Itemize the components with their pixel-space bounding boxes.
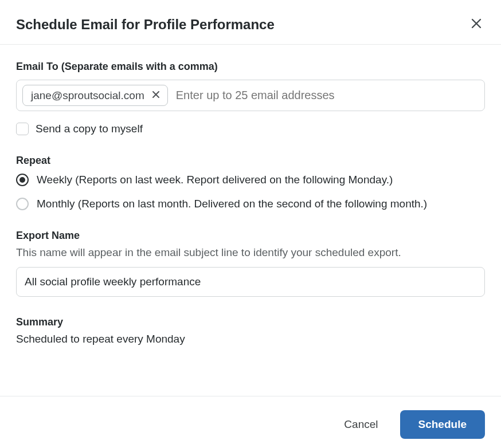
close-button[interactable] [468,15,485,34]
send-copy-label: Send a copy to myself [36,123,143,135]
export-name-label: Export Name [16,230,485,242]
cancel-button[interactable]: Cancel [338,414,383,435]
email-to-label: Email To (Separate emails with a comma) [16,61,485,73]
summary-label: Summary [16,316,485,328]
summary-text: Scheduled to repeat every Monday [16,333,485,345]
repeat-label: Repeat [16,155,485,167]
schedule-button[interactable]: Schedule [400,410,485,439]
send-copy-checkbox[interactable] [16,123,29,135]
repeat-monthly-radio[interactable] [16,198,29,210]
email-chip: jane@sproutsocial.com [22,85,168,106]
email-chip-remove-button[interactable] [150,89,162,102]
dialog-title: Schedule Email for Profile Performance [16,17,275,33]
email-to-input-container[interactable]: jane@sproutsocial.com [16,80,485,111]
export-name-input[interactable] [16,267,485,297]
repeat-monthly-label: Monthly (Reports on last month. Delivere… [37,198,427,210]
email-chip-text: jane@sproutsocial.com [31,89,144,102]
email-to-input[interactable] [175,87,479,104]
export-name-helper: This name will appear in the email subje… [16,246,485,259]
close-icon [470,17,483,32]
repeat-weekly-label: Weekly (Reports on last week. Report del… [37,174,393,186]
repeat-weekly-radio[interactable] [16,174,29,186]
close-icon [151,90,161,101]
